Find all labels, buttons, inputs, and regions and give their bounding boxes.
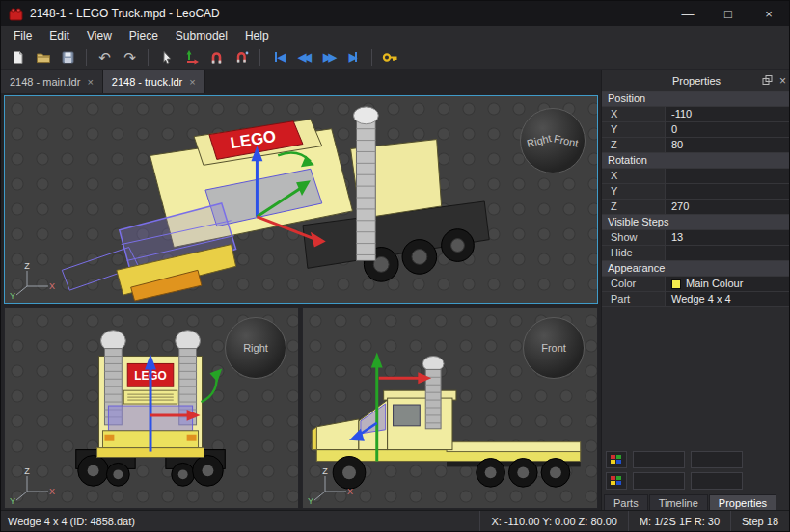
color-swatch [671, 279, 681, 289]
menu-piece[interactable]: Piece [121, 28, 167, 43]
undock-panel-icon[interactable] [762, 75, 773, 86]
move-snap-icon [184, 50, 199, 65]
view-cube-face-right: Right [526, 132, 553, 149]
prop-label: Y [602, 122, 666, 137]
toolbar-separator [148, 49, 149, 66]
view-cube-bottom-left[interactable]: Right [225, 317, 286, 379]
last-step-button[interactable]: ▶ [341, 46, 366, 68]
quick-button[interactable] [633, 472, 685, 490]
position-x-field[interactable]: -110 [666, 107, 790, 121]
quick-buttons-row [602, 449, 790, 470]
position-y-field[interactable]: 0 [666, 122, 790, 137]
menu-submodel[interactable]: Submodel [167, 28, 236, 43]
rotation-x-field[interactable] [666, 169, 790, 183]
viewport-bottom-left[interactable]: LEGO Right Z [4, 307, 299, 509]
tab-close-icon[interactable]: × [189, 76, 195, 88]
rotation-z-field[interactable]: 270 [666, 200, 790, 214]
magnet-rotation-icon [234, 50, 249, 65]
prop-label: Hide [602, 246, 666, 260]
titlebar: 2148-1 - LEGO Truck.mpd - LeoCAD — □ × [1, 1, 789, 26]
viewport-area: LEGO Right [1, 93, 601, 512]
position-z-field[interactable]: 80 [666, 138, 790, 152]
color-palette-button[interactable] [606, 472, 627, 490]
property-row: Hide [602, 246, 790, 261]
properties-panel: Properties × Position X -110 Y 0 Z 80 [601, 70, 790, 512]
menu-help[interactable]: Help [236, 28, 278, 43]
next-step-button[interactable]: ▶▶ [316, 46, 341, 68]
viewport-main-3d[interactable]: LEGO Right [4, 95, 598, 304]
document-tabbar: 2148 - main.ldr × 2148 - truck.ldr × [1, 70, 601, 93]
window-title: 2148-1 - LEGO Truck.mpd - LeoCAD [30, 7, 667, 20]
quick-button[interactable] [691, 451, 743, 468]
rotation-y-field[interactable] [666, 184, 790, 199]
tab-close-icon[interactable]: × [87, 76, 93, 88]
close-button[interactable]: × [749, 1, 789, 26]
show-step-field[interactable]: 13 [666, 230, 790, 245]
status-coordinates: X: -110.00 Y: 0.00 Z: 80.00 [479, 511, 627, 531]
rotation-snap-button[interactable] [230, 46, 254, 68]
color-palette-button[interactable] [606, 451, 627, 468]
new-file-button[interactable] [6, 46, 30, 68]
properties-table: Position X -110 Y 0 Z 80 Rotation X Y [602, 91, 790, 307]
axis-y-label: Y [308, 496, 313, 505]
axis-indicator: Z X Y [10, 261, 56, 300]
viewport-bottom-right[interactable]: Front Z X Y [302, 307, 598, 509]
menu-edit[interactable]: Edit [41, 28, 78, 43]
property-row: Color Main Colour [602, 277, 790, 292]
prop-value: Main Colour [686, 277, 743, 291]
maximize-button[interactable]: □ [708, 1, 749, 26]
view-cube-bottom-right[interactable]: Front [523, 317, 585, 379]
redo-button[interactable]: ↷ [118, 46, 142, 68]
view-cube-main[interactable]: Right Front [520, 108, 586, 173]
quick-button[interactable] [633, 451, 685, 468]
axis-indicator: Z X Y [10, 466, 56, 505]
bar-icon [355, 52, 357, 62]
close-panel-icon[interactable]: × [779, 74, 786, 88]
color-field[interactable]: Main Colour [666, 277, 790, 291]
axis-x-label: X [347, 487, 353, 496]
property-row: Part Wedge 4 x 4 [602, 292, 790, 307]
tab-main-ldr[interactable]: 2148 - main.ldr × [1, 70, 103, 93]
step-first-icon: ◀ [278, 51, 283, 64]
prop-label: Y [602, 184, 666, 199]
undo-button[interactable]: ↶ [93, 46, 117, 68]
new-file-icon [11, 50, 25, 65]
open-folder-icon [36, 50, 51, 65]
properties-panel-header: Properties × [602, 70, 790, 91]
panel-title: Properties [672, 75, 721, 87]
prop-value: -110 [671, 107, 692, 121]
hide-step-field[interactable] [666, 246, 790, 260]
angle-snap-button[interactable] [204, 46, 229, 68]
property-row: Z 80 [602, 138, 790, 153]
menu-file[interactable]: File [5, 28, 41, 43]
first-step-button[interactable]: ◀ [266, 46, 290, 68]
open-file-button[interactable] [31, 46, 55, 68]
menu-view[interactable]: View [78, 28, 121, 43]
palette-icon [611, 455, 622, 465]
section-rotation: Rotation [602, 153, 790, 169]
prop-value: 0 [671, 122, 677, 137]
minimize-button[interactable]: — [667, 1, 708, 26]
axis-z-label: Z [24, 261, 30, 271]
lock-key-button[interactable] [378, 46, 402, 68]
quick-button[interactable] [691, 472, 743, 490]
toolbar: ↶ ↷ [1, 44, 789, 70]
tab-truck-ldr[interactable]: 2148 - truck.ldr × [103, 70, 205, 93]
property-row: X -110 [602, 107, 790, 122]
move-snap-button[interactable] [179, 46, 204, 68]
section-position: Position [602, 92, 790, 107]
status-snap-settings: M: 1/2S 1F R: 30 [628, 511, 730, 531]
part-field[interactable]: Wedge 4 x 4 [666, 292, 790, 306]
view-cube-face-front: Front [553, 132, 580, 148]
select-tool-button[interactable] [154, 46, 178, 68]
panel-empty-area [602, 307, 790, 449]
prop-value: 270 [671, 200, 689, 214]
prop-label: Z [602, 200, 666, 214]
palette-icon [611, 476, 622, 486]
save-file-button[interactable] [56, 46, 80, 68]
window-controls: — □ × [667, 1, 789, 26]
app-window: 2148-1 - LEGO Truck.mpd - LeoCAD — □ × F… [0, 0, 790, 532]
previous-step-button[interactable]: ◀◀ [291, 46, 315, 68]
key-icon [382, 50, 398, 65]
prop-value: 80 [671, 138, 683, 152]
